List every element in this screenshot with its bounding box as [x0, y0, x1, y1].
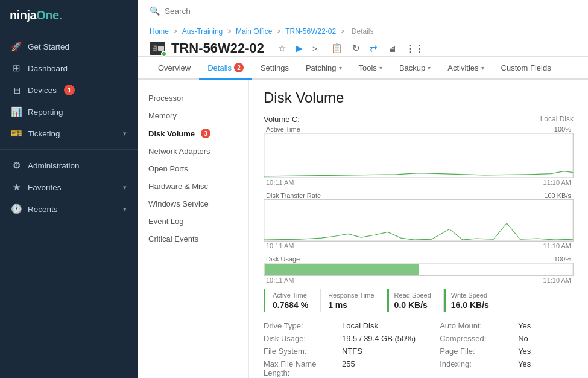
more-button[interactable]: ⋮⋮: [403, 41, 427, 56]
stats-row: Active Time 0.7684 % Response Time 1 ms …: [264, 289, 574, 312]
left-nav-windows-service[interactable]: Windows Service: [138, 195, 248, 213]
tabs-bar: Overview Details 2 Settings Patching ▾ T…: [138, 57, 588, 80]
remote-button[interactable]: ⇄: [367, 41, 381, 56]
disk-volume-content: Disk Volume Volume C: Local Disk Active …: [249, 80, 588, 378]
stat-value: 1 ms: [328, 300, 374, 310]
logo: ninjaOne.: [0, 0, 138, 31]
dashboard-icon: ⊞: [11, 63, 22, 74]
sidebar-item-administration[interactable]: ⚙ Administration: [0, 155, 138, 176]
sidebar-item-label: Ticketing: [28, 129, 60, 138]
detail-label: Disk Usage:: [264, 334, 342, 343]
left-nav-processor[interactable]: Processor: [138, 89, 248, 107]
disk-volume-badge: 3: [201, 129, 210, 138]
tab-custom-fields[interactable]: Custom Fields: [493, 57, 560, 80]
refresh-button[interactable]: ↻: [349, 41, 363, 56]
remote2-button[interactable]: 🖥: [384, 42, 399, 56]
sidebar-item-label: Administration: [28, 161, 80, 170]
tab-backup[interactable]: Backup ▾: [391, 57, 439, 80]
left-nav-hardware-misc[interactable]: Hardware & Misc: [138, 178, 248, 195]
sidebar-item-favorites[interactable]: ★ Favorites ▾: [0, 176, 138, 198]
disk-usage-chart: Disk Usage 100% 10:11 AM 11:10 AM: [264, 255, 574, 284]
recents-icon: 🕐: [11, 203, 22, 214]
script-button[interactable]: 📋: [328, 41, 346, 56]
detail-value: 255: [342, 359, 355, 377]
chevron-down-icon: ▾: [123, 205, 127, 213]
left-nav: Processor Memory Disk Volume 3 Network A…: [138, 80, 249, 378]
tab-settings[interactable]: Settings: [252, 57, 297, 80]
left-nav-open-ports[interactable]: Open Ports: [138, 160, 248, 178]
stat-write-speed: Write Speed 16.0 KB/s: [444, 289, 501, 312]
nav-divider: [0, 149, 138, 150]
topbar: 🔍: [138, 0, 588, 22]
chart2-labels: Disk Transfer Rate 100 KB/s: [264, 191, 574, 199]
chevron-down-icon: ▾: [339, 65, 342, 71]
sidebar-item-dashboard[interactable]: ⊞ Dashboard: [0, 57, 138, 79]
breadcrumb-device[interactable]: TRN-56W22-02: [285, 27, 336, 36]
tab-patching[interactable]: Patching ▾: [297, 57, 350, 80]
tab-activities[interactable]: Activities ▾: [439, 57, 492, 80]
stat-active-time: Active Time 0.7684 %: [265, 289, 321, 312]
stat-value: 0.7684 %: [273, 300, 308, 310]
star-button[interactable]: ☆: [275, 41, 289, 56]
breadcrumb-sep: >: [227, 27, 233, 36]
svg-rect-3: [265, 264, 419, 275]
detail-row: File System: NTFS: [264, 345, 416, 357]
stat-read-speed: Read Speed 0.0 KB/s: [387, 289, 444, 312]
tab-details[interactable]: Details 2: [199, 57, 252, 80]
active-time-svg: [264, 133, 574, 178]
sidebar-item-devices[interactable]: 🖥 Devices 1: [0, 79, 138, 101]
chart1-bottom-labels: 10:11 AM 11:10 AM: [264, 178, 574, 187]
breadcrumb-home[interactable]: Home: [150, 27, 169, 36]
detail-row: Max File Name Length: 255: [264, 357, 416, 378]
stat-value: 16.0 KB/s: [451, 300, 489, 310]
terminal-button[interactable]: >_: [309, 42, 324, 55]
details-left: Drive Type: Local Disk Disk Usage: 19.5 …: [264, 319, 416, 378]
detail-value: Yes: [518, 321, 531, 330]
left-nav-disk-volume[interactable]: Disk Volume 3: [138, 124, 248, 143]
details-right: Auto Mount: Yes Compressed: No Page File…: [440, 319, 531, 378]
left-nav-critical-events[interactable]: Critical Events: [138, 230, 248, 248]
rocket-icon: 🚀: [11, 41, 22, 52]
chevron-down-icon: ▾: [123, 130, 127, 138]
tab-overview[interactable]: Overview: [150, 57, 199, 80]
device-actions: ☆ ▶ >_ 📋 ↻ ⇄ 🖥 ⋮⋮: [275, 41, 427, 56]
search-icon: 🔍: [150, 6, 160, 16]
sidebar-item-get-started[interactable]: 🚀 Get Started: [0, 36, 138, 57]
detail-label: File System:: [264, 347, 342, 356]
content-area: Processor Memory Disk Volume 3 Network A…: [138, 80, 588, 378]
stat-label: Active Time: [273, 292, 308, 299]
volume-label: Volume C: Local Disk: [264, 115, 574, 124]
sidebar-item-recents[interactable]: 🕐 Recents ▾: [0, 198, 138, 220]
left-nav-event-log[interactable]: Event Log: [138, 213, 248, 230]
detail-value: Local Disk: [342, 321, 378, 330]
detail-value: NTFS: [342, 347, 362, 356]
detail-label: Compressed:: [440, 334, 518, 343]
sidebar-item-label: Recents: [28, 205, 58, 214]
tab-tools[interactable]: Tools ▾: [350, 57, 391, 80]
breadcrumb-sep: >: [173, 27, 179, 36]
detail-label: Max File Name Length:: [264, 359, 342, 377]
search-input[interactable]: [165, 7, 285, 16]
sidebar-item-reporting[interactable]: 📊 Reporting: [0, 101, 138, 123]
left-nav-memory[interactable]: Memory: [138, 107, 248, 124]
breadcrumb: Home > Aus-Training > Main Office > TRN-…: [138, 22, 588, 38]
breadcrumb-main-office[interactable]: Main Office: [236, 27, 272, 36]
chart2-bottom-labels: 10:11 AM 11:10 AM: [264, 242, 574, 250]
sidebar-item-ticketing[interactable]: 🎫 Ticketing ▾: [0, 123, 138, 144]
device-status-dot: [161, 51, 167, 57]
detail-row: Disk Usage: 19.5 / 39.4 GB (50%): [264, 332, 416, 345]
detail-row: Indexing: Yes: [440, 357, 531, 370]
breadcrumb-current: Details: [352, 27, 374, 36]
disk-transfer-chart: Disk Transfer Rate 100 KB/s 10:11 AM 11:…: [264, 191, 574, 250]
breadcrumb-aus-training[interactable]: Aus-Training: [182, 27, 223, 36]
detail-row: Page File: Yes: [440, 345, 531, 357]
device-title: TRN-56W22-02: [171, 40, 264, 56]
sidebar-item-label: Reporting: [28, 107, 63, 117]
disk-usage-svg: [264, 263, 574, 276]
detail-row: Compressed: No: [440, 332, 531, 345]
left-nav-network-adapters[interactable]: Network Adapters: [138, 143, 248, 160]
play-button[interactable]: ▶: [292, 41, 306, 56]
chevron-down-icon: ▾: [123, 184, 127, 191]
reporting-icon: 📊: [11, 106, 22, 117]
detail-label: Auto Mount:: [440, 321, 518, 330]
